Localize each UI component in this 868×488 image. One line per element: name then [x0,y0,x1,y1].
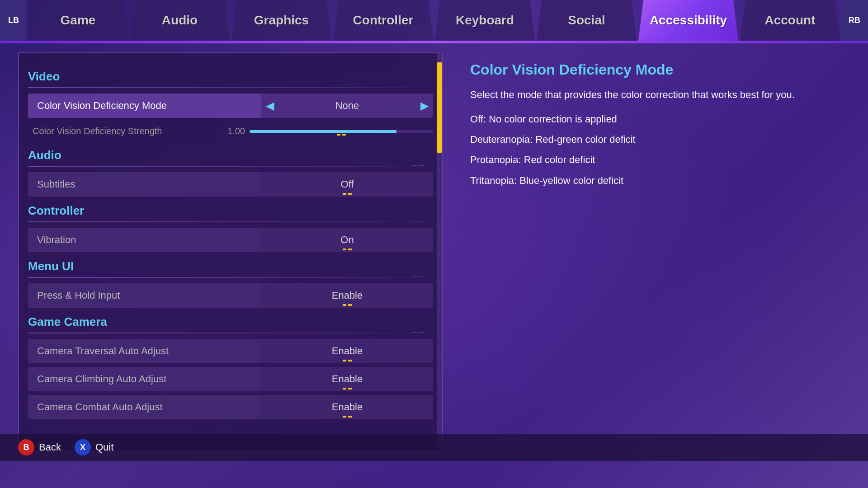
tab-controller[interactable]: Controller [333,0,433,41]
combat-dot-1 [343,416,346,418]
desc-intro: Select the mode that provides the color … [470,87,841,102]
desc-item-2: Protanopia: Red color deficit [470,152,841,168]
game-camera-section: Game Camera Camera Traversal Auto Adjust… [28,315,433,419]
lb-button[interactable]: LB [0,0,27,41]
color-vision-label: Color Vision Deficiency Mode [28,94,261,118]
tab-social[interactable]: Social [537,0,637,41]
video-section: Video Color Vision Deficiency Mode ◀ Non… [28,70,433,141]
tab-accessibility[interactable]: Accessibility [638,0,738,41]
combat-value[interactable]: Enable [261,395,433,419]
back-label: Back [39,441,61,453]
vibration-label: Vibration [28,228,261,252]
desc-item-1: Deuteranopia: Red-green color deficit [470,131,841,147]
climbing-label: Camera Climbing Auto Adjust [28,367,261,391]
back-button[interactable]: B Back [18,439,61,455]
subtitles-dot-1 [343,193,346,195]
desc-item-3: Tritanopia: Blue-yellow color deficit [470,173,841,188]
subtitles-row[interactable]: Subtitles Off [28,172,433,197]
tab-account[interactable]: Account [740,0,840,41]
climbing-dot-2 [348,388,352,389]
subtitles-dot-2 [348,193,352,195]
subtitles-label: Subtitles [28,172,261,197]
color-vision-row[interactable]: Color Vision Deficiency Mode ◀ None ▶ [28,94,433,118]
main-content: Video Color Vision Deficiency Mode ◀ Non… [0,43,868,461]
press-hold-label: Press & Hold Input [28,283,261,308]
controller-divider [28,221,433,222]
game-camera-header: Game Camera [28,315,433,329]
slider-dot-1 [337,134,340,136]
tab-graphics[interactable]: Graphics [231,0,331,41]
vibration-value[interactable]: On [261,228,433,252]
scrollbar[interactable] [437,53,442,451]
rb-button[interactable]: RB [841,0,868,41]
video-divider [28,87,433,88]
combat-label: Camera Combat Auto Adjust [28,395,261,419]
subtitles-value[interactable]: Off [261,172,433,197]
climbing-value-text: Enable [332,373,363,385]
press-hold-value-text: Enable [332,290,363,301]
traversal-row[interactable]: Camera Traversal Auto Adjust Enable [28,339,433,363]
color-strength-value: 1.00 [218,126,245,136]
desc-item-0: Off: No color correction is applied [470,111,841,127]
slider-dot-2 [342,134,346,136]
traversal-value-text: Enable [332,345,363,357]
bottom-bar: B Back X Quit [0,434,868,461]
quit-label: Quit [95,441,113,453]
menu-ui-section: Menu UI Press & Hold Input Enable [28,259,433,308]
climbing-dot-1 [343,388,346,389]
press-hold-dot-2 [348,304,352,306]
quit-button[interactable]: X Quit [75,439,113,455]
x-button-icon: X [75,439,91,455]
game-camera-divider [28,333,433,333]
color-strength-slider[interactable] [250,130,433,133]
press-hold-value[interactable]: Enable [261,283,433,308]
traversal-value[interactable]: Enable [261,339,433,363]
audio-section: Audio Subtitles Off [28,148,433,197]
scrollbar-thumb[interactable] [437,62,442,153]
menu-ui-header: Menu UI [28,259,433,273]
press-hold-dot-1 [343,304,346,306]
color-strength-label: Color Vision Deficiency Strength [28,126,218,136]
combat-row[interactable]: Camera Combat Auto Adjust Enable [28,395,433,419]
color-vision-arrow-left[interactable]: ◀ [266,99,274,112]
press-hold-row[interactable]: Press & Hold Input Enable [28,283,433,308]
color-vision-value[interactable]: ◀ None ▶ [261,94,433,118]
controller-header: Controller [28,204,433,218]
color-vision-arrow-right[interactable]: ▶ [420,99,429,112]
combat-value-text: Enable [332,401,363,413]
color-strength-row: Color Vision Deficiency Strength 1.00 [28,122,433,141]
combat-dot-2 [348,416,352,418]
color-vision-value-text: None [335,100,359,112]
controller-section: Controller Vibration On [28,204,433,252]
subtitles-value-text: Off [341,178,354,190]
vibration-value-text: On [340,234,354,246]
tab-keyboard[interactable]: Keyboard [435,0,535,41]
b-button-icon: B [18,439,34,455]
traversal-dot-1 [343,360,346,361]
tab-audio[interactable]: Audio [130,0,230,41]
vibration-row[interactable]: Vibration On [28,228,433,252]
traversal-dot-2 [348,360,352,361]
audio-divider [28,166,433,167]
description-panel: Color Vision Deficiency Mode Select the … [461,52,850,452]
vibration-dot-2 [348,249,352,250]
desc-title: Color Vision Deficiency Mode [470,61,841,78]
settings-panel: Video Color Vision Deficiency Mode ◀ Non… [18,52,443,452]
nav-bar: LB Game Audio Graphics Controller Keyboa… [0,0,868,41]
climbing-value[interactable]: Enable [261,367,433,391]
audio-header: Audio [28,148,433,162]
climbing-row[interactable]: Camera Climbing Auto Adjust Enable [28,367,433,391]
vibration-dot-1 [343,249,346,250]
traversal-label: Camera Traversal Auto Adjust [28,339,261,363]
tab-game[interactable]: Game [28,0,128,41]
menu-ui-divider [28,277,433,278]
video-header: Video [28,70,433,84]
